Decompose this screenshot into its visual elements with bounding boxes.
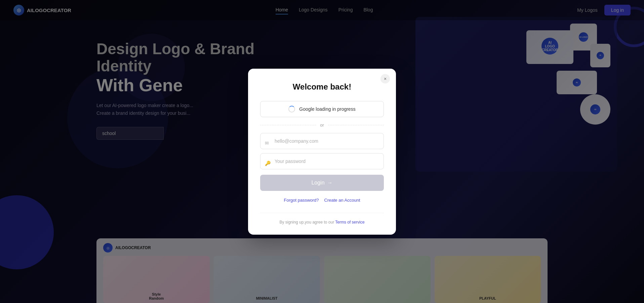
modal-title: Welcome back! [260, 82, 384, 92]
email-input-wrapper: ✉ [260, 133, 384, 153]
google-login-button[interactable]: Google loading in progress [260, 101, 384, 117]
or-line-left [260, 125, 316, 125]
login-button-label: Login [311, 180, 324, 186]
login-button[interactable]: Login → [260, 175, 384, 191]
google-button-label: Google loading in progress [299, 106, 355, 112]
password-input[interactable] [260, 153, 384, 169]
password-icon: 🔑 [265, 161, 271, 166]
modal-footer: By signing up,you agree to our Terms of … [260, 213, 384, 225]
login-arrow-icon: → [327, 180, 333, 186]
modal-footer-text: By signing up,you agree to our [279, 220, 335, 225]
modal-overlay: × Welcome back! Google loading in progre… [0, 0, 644, 303]
password-input-wrapper: 🔑 [260, 153, 384, 173]
terms-of-service-link[interactable]: Terms of service [335, 220, 364, 225]
or-text: or [320, 123, 324, 128]
modal-links: Forgot password? Create an Account [260, 198, 384, 203]
google-spinner-icon [288, 106, 295, 112]
or-divider: or [260, 123, 384, 128]
email-input[interactable] [260, 133, 384, 149]
or-line-right [328, 125, 384, 125]
email-icon: ✉ [265, 140, 269, 146]
forgot-password-link[interactable]: Forgot password? [284, 198, 319, 203]
login-modal: × Welcome back! Google loading in progre… [248, 69, 396, 235]
create-account-link[interactable]: Create an Account [324, 198, 360, 203]
modal-close-button[interactable]: × [380, 74, 390, 83]
